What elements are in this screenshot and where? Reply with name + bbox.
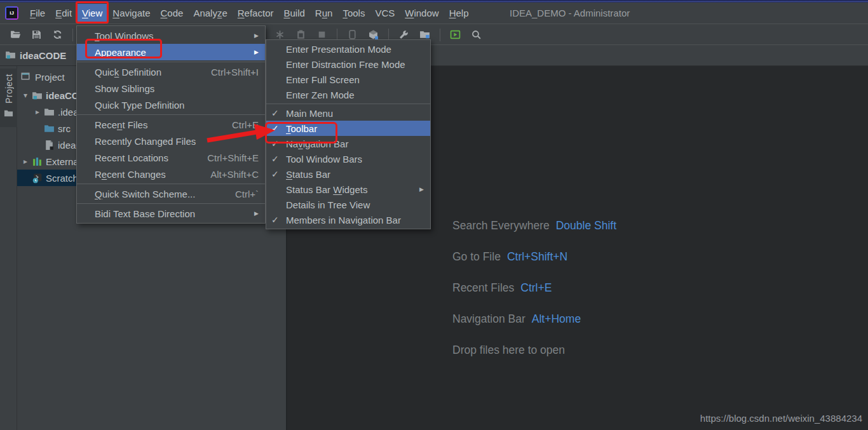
menubar-item-code[interactable]: Code — [156, 4, 189, 23]
appearance-item-status-bar-widgets[interactable]: Status Bar Widgets▶ — [266, 182, 430, 197]
checkmark-icon: ✓ — [271, 138, 286, 149]
menu-item-label: Recent Changes — [95, 169, 166, 180]
checkmark-icon: ✓ — [271, 169, 286, 179]
menu-item-label: Recent Files — [95, 119, 147, 130]
hint-action-label: Navigation Bar — [452, 312, 526, 325]
menu-item-shortcut: Ctrl+Shift+E — [207, 152, 259, 163]
appearance-item-toolbar[interactable]: ✓Toolbar — [266, 121, 430, 136]
tree-item-label: .idea — [58, 107, 79, 118]
view-menu-item-show-siblings[interactable]: Show Siblings — [77, 80, 265, 97]
menu-item-shortcut: Ctrl+E — [232, 119, 259, 130]
window-title: IDEA_DEMO - Administrator — [510, 3, 630, 24]
appearance-item-tool-window-bars[interactable]: ✓Tool Window Bars — [266, 151, 430, 166]
menu-item-label: Tool Window Bars — [286, 154, 362, 165]
appearance-submenu-popup: Enter Presentation ModeEnter Distraction… — [266, 39, 431, 229]
project-panel-header[interactable]: Project — [20, 71, 65, 83]
project-tool-window-button[interactable]: Project — [0, 69, 17, 127]
file-icon — [44, 140, 55, 151]
menu-item-label: Toolbar — [286, 123, 317, 134]
navigation-bar-project[interactable]: ideaCODE — [20, 50, 66, 61]
chevron-right-icon[interactable]: ▸ — [21, 157, 30, 166]
appearance-item-details-in-tree-view[interactable]: Details in Tree View — [266, 197, 430, 212]
menu-separator — [77, 60, 265, 64]
menubar-item-build[interactable]: Build — [278, 4, 309, 23]
appearance-item-enter-distraction-free-mode[interactable]: Enter Distraction Free Mode — [266, 57, 430, 72]
hint-action-label: Recent Files — [452, 281, 514, 294]
menu-item-label: Quick Definition — [95, 67, 161, 77]
editor-hint-navigation-bar: Navigation BarAlt+Home — [452, 312, 616, 327]
hint-action-label: Drop files here to open — [452, 344, 565, 356]
menu-item-label: Navigation Bar — [286, 138, 348, 149]
project-panel-title: Project — [35, 72, 65, 83]
menu-item-label: Enter Presentation Mode — [286, 44, 391, 55]
menu-item-label: Enter Full Screen — [286, 74, 360, 85]
appearance-item-main-menu[interactable]: ✓Main Menu — [266, 105, 430, 121]
watermark-url: https://blog.csdn.net/weixin_43884234 — [700, 413, 862, 424]
view-menu-item-recently-changed-files[interactable]: Recently Changed Files — [77, 133, 265, 149]
view-menu-item-recent-locations[interactable]: Recent LocationsCtrl+Shift+E — [77, 149, 265, 166]
run-console-icon[interactable] — [447, 27, 463, 43]
view-menu-item-quick-switch-scheme[interactable]: Quick Switch Scheme...Ctrl+` — [77, 185, 265, 202]
project-window-icon — [20, 71, 35, 83]
view-menu-item-recent-files[interactable]: Recent FilesCtrl+E — [77, 116, 265, 133]
toolbar-separator — [72, 29, 73, 41]
checkmark-icon: ✓ — [271, 123, 286, 133]
menubar-item-window[interactable]: Window — [400, 4, 444, 23]
editor-hint-drop-files-here-to-open: Drop files here to open — [452, 344, 616, 358]
menubar-item-refactor[interactable]: Refactor — [233, 4, 279, 23]
folder-icon — [44, 107, 55, 118]
project-folder-icon — [5, 50, 16, 61]
search-icon[interactable] — [468, 27, 484, 43]
menu-item-label: Main Menu — [286, 108, 333, 119]
menubar-item-view[interactable]: View — [77, 4, 107, 23]
appearance-item-enter-zen-mode[interactable]: Enter Zen Mode — [266, 87, 430, 102]
menubar-item-file[interactable]: File — [25, 4, 50, 23]
menu-item-label: Enter Distraction Free Mode — [286, 59, 405, 70]
appearance-item-status-bar[interactable]: ✓Status Bar — [266, 166, 430, 182]
appearance-item-enter-presentation-mode[interactable]: Enter Presentation Mode — [266, 41, 430, 57]
menu-item-shortcut: Alt+Shift+C — [210, 169, 259, 180]
appearance-item-navigation-bar[interactable]: ✓Navigation Bar — [266, 136, 430, 151]
menu-separator — [266, 102, 430, 105]
menubar-item-vcs[interactable]: VCS — [370, 4, 400, 23]
editor-empty-hints: Search EverywhereDouble ShiftGo to FileC… — [452, 219, 616, 375]
toolbar-separator — [440, 29, 440, 41]
view-menu-item-bidi-text-base-direction[interactable]: Bidi Text Base Direction▶ — [77, 205, 265, 222]
submenu-arrow-icon: ▶ — [254, 49, 259, 55]
menu-item-label: Quick Switch Scheme... — [95, 189, 195, 199]
menubar-item-navigate[interactable]: Navigate — [107, 4, 155, 23]
view-menu-item-tool-windows[interactable]: Tool Windows▶ — [77, 27, 265, 44]
hint-shortcut-keys: Ctrl+Shift+N — [507, 250, 567, 263]
menu-bar-items: FileEditViewNavigateCodeAnalyzeRefactorB… — [25, 4, 474, 23]
menu-separator — [77, 182, 265, 185]
view-menu-item-recent-changes[interactable]: Recent ChangesAlt+Shift+C — [77, 166, 265, 182]
menubar-item-help[interactable]: Help — [444, 4, 474, 23]
save-all-icon[interactable] — [29, 27, 44, 43]
checkmark-icon: ✓ — [271, 215, 286, 225]
chevron-right-icon[interactable]: ▸ — [33, 107, 42, 116]
project-tool-tab-label: Project — [4, 74, 14, 104]
menu-item-label: Enter Zen Mode — [286, 90, 355, 100]
menubar-item-run[interactable]: Run — [310, 4, 338, 23]
project-folder-icon — [32, 90, 43, 101]
menubar-item-edit[interactable]: Edit — [50, 4, 77, 23]
editor-hint-search-everywhere: Search EverywhereDouble Shift — [452, 219, 616, 234]
appearance-item-enter-full-screen[interactable]: Enter Full Screen — [266, 72, 430, 87]
sync-icon[interactable] — [50, 27, 65, 43]
chevron-down-icon[interactable]: ▾ — [21, 91, 30, 100]
menu-bar: IJ FileEditViewNavigateCodeAnalyzeRefact… — [0, 3, 868, 24]
hint-shortcut-keys: Ctrl+E — [520, 281, 552, 294]
menu-item-label: Tool Windows — [95, 30, 154, 41]
menubar-item-analyze[interactable]: Analyze — [188, 4, 232, 23]
menu-item-label: Details in Tree View — [286, 199, 370, 210]
scratches-icon — [32, 173, 43, 184]
appearance-item-members-in-navigation-bar[interactable]: ✓Members in Navigation Bar — [266, 212, 430, 227]
view-menu-item-appearance[interactable]: Appearance▶ — [77, 44, 265, 60]
menubar-item-tools[interactable]: Tools — [337, 4, 370, 23]
editor-hint-go-to-file: Go to FileCtrl+Shift+N — [452, 250, 616, 265]
menu-item-label: Appearance — [95, 47, 146, 58]
view-menu-item-quick-type-definition[interactable]: Quick Type Definition — [77, 97, 265, 113]
open-project-icon[interactable] — [8, 27, 24, 43]
view-menu-item-quick-definition[interactable]: Quick DefinitionCtrl+Shift+I — [77, 64, 265, 80]
intellij-logo-icon: IJ — [5, 6, 18, 20]
